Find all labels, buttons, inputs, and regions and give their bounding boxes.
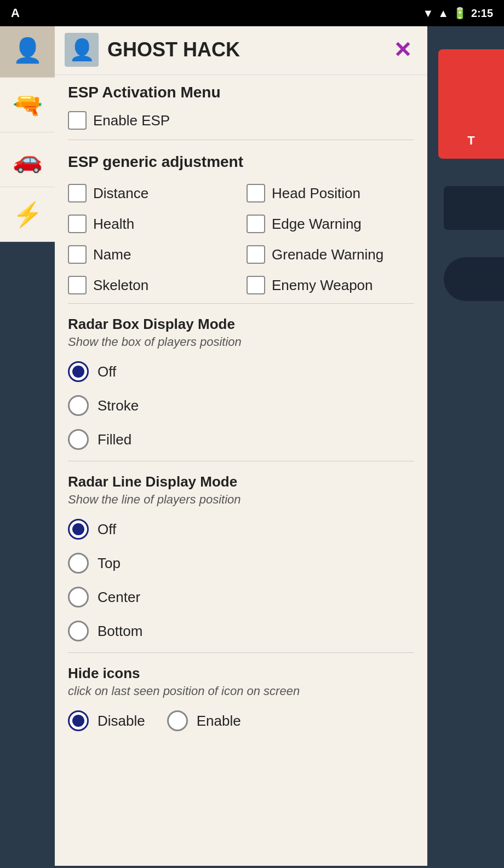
hide-icons-enable-label: Enable [197, 713, 241, 730]
bg-red-button: T [438, 49, 504, 159]
clock: 2:15 [471, 7, 493, 20]
radar-line-bottom-radio[interactable] [68, 621, 89, 641]
hide-icons-options: Disable Enable [68, 704, 414, 738]
radar-line-top-radio[interactable] [68, 553, 89, 574]
enable-esp-row: Enable ESP [68, 106, 414, 135]
battery-icon: 🔋 [453, 7, 467, 20]
gun-icon: 🔫 [13, 91, 43, 119]
radar-box-stroke-radio[interactable] [68, 395, 89, 416]
lightning-icon: ⚡ [13, 200, 43, 229]
hide-icons-enable[interactable]: Enable [167, 704, 241, 738]
radar-box-off-label: Off [98, 363, 116, 380]
radar-line-bottom-label: Bottom [98, 623, 142, 640]
radar-line-center-radio[interactable] [68, 587, 89, 607]
hide-icons-disable-label: Disable [98, 713, 145, 730]
sidebar: 👤 🔫 🚗 ⚡ [0, 23, 55, 242]
hide-icons-disable[interactable]: Disable [68, 704, 145, 738]
bg-dark-box1 [444, 186, 504, 230]
radar-box-off-radio[interactable] [68, 361, 89, 382]
radar-box-off[interactable]: Off [68, 355, 414, 389]
hide-icons-title: Hide icons [68, 657, 414, 684]
enemy-weapon-label: Enemy Weapon [272, 277, 373, 294]
status-icons: ▼ ▲ 🔋 2:15 [422, 7, 493, 20]
person-icon: 👤 [13, 36, 43, 65]
radar-box-stroke[interactable]: Stroke [68, 389, 414, 423]
enable-esp-checkbox[interactable] [68, 111, 87, 130]
radar-box-title: Radar Box Display Mode [68, 308, 414, 335]
radar-line-top-label: Top [98, 555, 121, 572]
radar-box-filled[interactable]: Filled [68, 423, 414, 456]
grenade-warning-label: Grenade Warning [272, 246, 383, 263]
grenade-warning-checkbox[interactable] [247, 245, 265, 264]
checkbox-item-edge-warning: Edge Warning [247, 210, 414, 238]
skeleton-label: Skeleton [93, 277, 148, 294]
radar-line-center[interactable]: Center [68, 580, 414, 614]
avatar-icon: 👤 [69, 38, 95, 62]
panel-header: 👤 GHOST HACK ✕ [55, 23, 427, 75]
hide-icons-enable-radio[interactable] [167, 710, 188, 731]
edge-warning-checkbox[interactable] [247, 215, 265, 233]
radar-line-off[interactable]: Off [68, 512, 414, 546]
enemy-weapon-checkbox[interactable] [247, 276, 265, 294]
esp-generic-title: ESP generic adjustment [68, 144, 414, 175]
sidebar-item-gun[interactable]: 🔫 [0, 78, 55, 132]
hide-icons-disable-radio[interactable] [68, 710, 89, 731]
status-bar: A ▼ ▲ 🔋 2:15 [0, 0, 504, 26]
radar-line-center-label: Center [98, 589, 140, 606]
radar-line-top[interactable]: Top [68, 546, 414, 580]
red-button-text: T [467, 134, 474, 148]
bg-dark-box2 [444, 257, 504, 301]
name-checkbox[interactable] [68, 245, 87, 264]
skeleton-checkbox[interactable] [68, 276, 87, 294]
distance-checkbox[interactable] [68, 184, 87, 202]
checkbox-item-distance: Distance [68, 180, 236, 207]
esp-activation-title: ESP Activation Menu [68, 75, 414, 106]
car-icon: 🚗 [13, 146, 43, 174]
radar-line-desc: Show the line of players position [68, 493, 414, 507]
checkbox-item-skeleton: Skeleton [68, 271, 236, 299]
checkbox-item-head-position: Head Position [247, 180, 414, 207]
hide-icons-desc: click on last seen position of icon on s… [68, 684, 414, 698]
wifi-icon: ▼ [422, 7, 433, 20]
signal-icon: ▲ [438, 7, 449, 20]
sidebar-item-lightning[interactable]: ⚡ [0, 187, 55, 242]
radar-line-off-label: Off [98, 521, 116, 538]
divider2 [68, 303, 414, 304]
radar-line-off-radio[interactable] [68, 519, 89, 540]
enable-esp-label: Enable ESP [93, 112, 170, 129]
health-label: Health [93, 216, 134, 233]
sidebar-item-car[interactable]: 🚗 [0, 132, 55, 187]
checkbox-item-grenade-warning: Grenade Warning [247, 241, 414, 268]
radar-box-stroke-label: Stroke [98, 397, 139, 414]
panel-title: GHOST HACK [107, 38, 389, 61]
divider4 [68, 652, 414, 653]
radar-box-filled-label: Filled [98, 431, 131, 448]
health-checkbox[interactable] [68, 215, 87, 233]
edge-warning-label: Edge Warning [272, 216, 362, 233]
checkbox-item-health: Health [68, 210, 236, 238]
panel-content: ESP Activation Menu Enable ESP ESP gener… [55, 75, 427, 765]
distance-label: Distance [93, 185, 148, 202]
close-button[interactable]: ✕ [389, 35, 416, 65]
divider1 [68, 140, 414, 140]
checkbox-item-name: Name [68, 241, 236, 268]
radar-box-filled-radio[interactable] [68, 429, 89, 450]
radar-line-title: Radar Line Display Mode [68, 466, 414, 493]
esp-checkbox-grid: Distance Head Position Health Edge Warni… [68, 180, 414, 299]
checkbox-item-enemy-weapon: Enemy Weapon [247, 271, 414, 299]
head-position-checkbox[interactable] [247, 184, 265, 202]
name-label: Name [93, 246, 131, 263]
app-indicator: A [11, 6, 20, 20]
main-panel: 👤 GHOST HACK ✕ ESP Activation Menu Enabl… [55, 23, 427, 866]
avatar: 👤 [65, 33, 99, 67]
divider3 [68, 461, 414, 461]
radar-line-bottom[interactable]: Bottom [68, 614, 414, 648]
radar-box-desc: Show the box of players position [68, 335, 414, 349]
sidebar-item-person[interactable]: 👤 [0, 23, 55, 78]
head-position-label: Head Position [272, 185, 360, 202]
